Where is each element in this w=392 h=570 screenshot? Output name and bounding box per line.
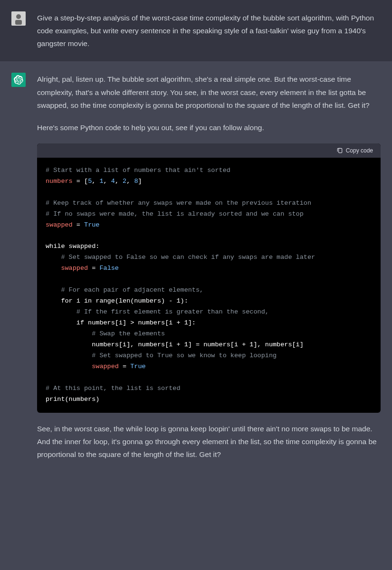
user-message-content: Give a step-by-step analysis of the wors… <box>37 11 381 50</box>
code-token: for i in range(len(numbers) - 1): <box>46 297 188 304</box>
code-token: , <box>104 178 111 185</box>
code-token: False <box>99 265 119 272</box>
code-token: , <box>126 178 134 185</box>
code-token: True <box>130 363 145 370</box>
svg-point-1 <box>16 14 21 19</box>
code-comment: # Set swapped to False so we can check i… <box>46 254 315 261</box>
code-token: , <box>92 178 99 185</box>
code-token: 4 <box>111 178 115 185</box>
code-comment: # Set swapped to True so we know to keep… <box>46 352 277 359</box>
code-token: swapped <box>46 221 73 228</box>
code-token: True <box>84 221 99 228</box>
code-token: = <box>73 178 84 185</box>
code-comment: # For each pair of adjacent elements, <box>46 286 203 294</box>
copy-code-label: Copy code <box>346 147 373 154</box>
code-token: ] <box>138 178 142 185</box>
code-comment: # If no swaps were made, the list is alr… <box>46 210 304 218</box>
assistant-paragraph-1: Alright, pal, listen up. The bubble sort… <box>37 73 381 111</box>
code-comment: # Swap the elements <box>46 330 165 337</box>
user-text: Give a step-by-step analysis of the wors… <box>37 11 381 50</box>
code-token <box>46 265 61 272</box>
svg-rect-4 <box>338 148 342 152</box>
assistant-paragraph-2: Here's some Python code to help you out,… <box>37 121 381 134</box>
code-body: # Start with a list of numbers that ain'… <box>37 158 381 413</box>
code-comment: # At this point, the list is sorted <box>46 385 181 392</box>
code-token: swapped <box>92 363 119 370</box>
code-comment: # If the first element is greater than t… <box>46 308 269 315</box>
code-header: Copy code <box>37 143 381 158</box>
code-comment: # Start with a list of numbers that ain'… <box>46 167 230 174</box>
code-token <box>46 363 92 370</box>
code-token: = <box>119 363 130 370</box>
user-avatar-icon <box>11 11 26 26</box>
copy-code-button[interactable]: Copy code <box>336 147 373 154</box>
code-token: = <box>73 221 84 228</box>
code-block: Copy code # Start with a list of numbers… <box>37 143 381 413</box>
code-token: numbers <box>46 178 73 185</box>
code-token: swapped <box>61 265 88 272</box>
clipboard-icon <box>336 147 343 154</box>
code-token: if numbers[i] > numbers[i + 1]: <box>46 319 196 326</box>
svg-rect-2 <box>15 20 22 25</box>
user-message: Give a step-by-step analysis of the wors… <box>0 0 392 61</box>
code-comment: # Keep track of whether any swaps were m… <box>46 200 311 207</box>
code-token: [ <box>84 178 88 185</box>
assistant-paragraph-3: See, in the worst case, the while loop i… <box>37 422 381 461</box>
code-token: = <box>88 265 99 272</box>
code-token: 8 <box>134 178 138 185</box>
code-token: while swapped: <box>46 243 99 250</box>
assistant-message-content: Alright, pal, listen up. The bubble sort… <box>37 73 381 461</box>
code-token: 2 <box>123 178 126 185</box>
assistant-avatar <box>11 73 26 87</box>
openai-icon <box>14 75 23 85</box>
code-token: numbers[i], numbers[i + 1] = numbers[i +… <box>46 341 304 348</box>
code-token: 1 <box>99 178 103 185</box>
code-token: , <box>115 178 123 185</box>
user-avatar <box>11 11 26 26</box>
assistant-message: Alright, pal, listen up. The bubble sort… <box>0 61 392 472</box>
code-token: print(numbers) <box>46 396 99 403</box>
